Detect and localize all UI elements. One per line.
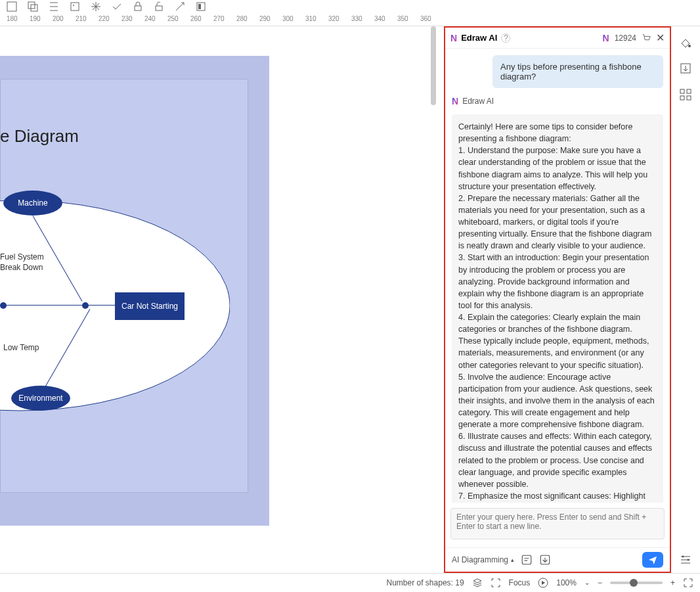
ai-response: Certainly! Here are some tips to conside… [452, 114, 663, 503]
shapes-count: Number of shapes: 19 [387, 578, 464, 587]
credits-icon: N [603, 33, 609, 43]
ai-mode-dropdown[interactable]: AI Diagramming▴ [452, 555, 514, 564]
tool-icon-5[interactable] [91, 1, 101, 12]
ruler-mark: 290 [259, 15, 271, 22]
svg-rect-6 [156, 6, 162, 11]
svg-rect-15 [687, 89, 691, 93]
cart-icon[interactable] [642, 34, 651, 43]
svg-rect-8 [198, 4, 201, 9]
close-icon[interactable]: ✕ [656, 32, 665, 44]
zoom-in-button[interactable]: + [670, 578, 675, 587]
svg-rect-16 [680, 96, 684, 100]
ruler-mark: 230 [121, 15, 133, 22]
svg-point-4 [73, 5, 74, 6]
tool-icon-6[interactable] [112, 1, 122, 12]
focus-frame-icon[interactable] [491, 578, 501, 588]
cause-label-fuel1: Fuel System [0, 252, 44, 262]
ai-panel: N Edraw AI ? N 12924 ✕ Any tips before p… [444, 26, 671, 573]
play-icon[interactable] [538, 578, 548, 588]
responder-label: Edraw AI [462, 97, 494, 106]
zoom-slider[interactable] [610, 581, 663, 584]
tool-icon-3[interactable] [49, 1, 59, 12]
top-toolbar[interactable] [0, 0, 700, 13]
user-message: Any tips before presenting a fishbone di… [492, 55, 663, 88]
ai-title: Edraw AI [461, 33, 497, 43]
ruler-mark: 240 [144, 15, 156, 22]
ai-input-area [445, 503, 670, 547]
ruler-mark: 220 [98, 15, 110, 22]
statusbar: Number of shapes: 19 Focus 100% ⌄ − + [0, 573, 700, 591]
grid-icon[interactable] [679, 88, 692, 101]
focus-label[interactable]: Focus [509, 578, 531, 587]
tools-icon[interactable] [175, 1, 185, 12]
svg-rect-0 [7, 2, 16, 11]
node-machine[interactable]: Machine [3, 191, 62, 216]
ruler-mark: 340 [374, 15, 385, 22]
connector-dot [82, 302, 89, 309]
canvas[interactable]: e Diagram Machine Environment Car Not St… [0, 26, 439, 573]
send-button[interactable] [642, 552, 663, 568]
vertical-scrollbar[interactable] [429, 26, 436, 573]
ruler-mark: 330 [351, 15, 362, 22]
ruler-mark: 360 [420, 15, 431, 22]
settings-list-icon[interactable] [679, 553, 692, 566]
ruler-mark: 310 [305, 15, 317, 22]
tool-icon-1[interactable] [7, 1, 17, 12]
ruler-mark: 250 [167, 15, 179, 22]
svg-rect-10 [522, 555, 531, 564]
node-environment[interactable]: Environment [11, 386, 70, 411]
ai-logo-icon: N [450, 33, 457, 43]
layers-icon[interactable] [472, 578, 483, 588]
ruler-mark: 180 [7, 15, 18, 22]
lock-icon[interactable] [133, 1, 143, 12]
svg-rect-2 [31, 5, 37, 11]
fullscreen-icon[interactable] [683, 578, 693, 588]
svg-rect-5 [135, 6, 141, 11]
export-icon[interactable] [679, 62, 692, 75]
svg-point-19 [688, 559, 689, 561]
ai-input[interactable] [450, 508, 665, 539]
svg-point-12 [688, 45, 691, 47]
connector-dot [0, 302, 7, 309]
ruler-mark: 190 [30, 15, 41, 22]
svg-rect-1 [28, 2, 35, 9]
node-label: Machine [18, 198, 47, 208]
ai-responder-name: N Edraw AI [452, 96, 663, 106]
svg-point-18 [682, 556, 684, 558]
ai-logo-icon: N [452, 96, 458, 106]
ruler-mark: 320 [328, 15, 339, 22]
tool-icon-4[interactable] [70, 1, 80, 12]
action-icon-1[interactable] [521, 554, 533, 566]
action-icon-2[interactable] [539, 554, 551, 566]
help-icon[interactable]: ? [501, 34, 510, 43]
scrollbar-thumb[interactable] [431, 26, 436, 105]
ai-conversation: Any tips before presenting a fishbone di… [445, 49, 670, 503]
send-icon [648, 555, 657, 564]
ruler-mark: 200 [53, 15, 64, 22]
right-rail [671, 26, 700, 573]
chevron-down-icon[interactable]: ⌄ [584, 579, 590, 586]
template-icon[interactable] [196, 1, 206, 12]
ruler-mark: 300 [282, 15, 294, 22]
ruler-mark: 350 [397, 15, 408, 22]
node-label: Environment [18, 394, 62, 403]
diagram-title: e Diagram [0, 126, 79, 147]
ruler-mark: 270 [213, 15, 225, 22]
unlock-icon[interactable] [154, 1, 164, 12]
tool-icon-2[interactable] [28, 1, 38, 12]
credits-value: 12924 [615, 34, 636, 43]
effect-box[interactable]: Car Not Starting [115, 292, 185, 320]
spine-line [0, 305, 115, 306]
ruler-mark: 210 [76, 15, 87, 22]
ruler-mark: 260 [190, 15, 202, 22]
zoom-thumb[interactable] [630, 579, 638, 587]
zoom-out-button[interactable]: − [598, 578, 602, 587]
svg-rect-14 [680, 89, 684, 93]
cause-label-lowtemp: Low Temp [3, 343, 39, 352]
ai-bottom-bar: AI Diagramming▴ [445, 547, 670, 572]
zoom-value[interactable]: 100% [556, 578, 577, 587]
fill-icon[interactable] [679, 35, 692, 49]
ai-header: N Edraw AI ? N 12924 ✕ [445, 28, 670, 49]
svg-rect-3 [71, 3, 79, 11]
svg-rect-17 [687, 96, 691, 100]
